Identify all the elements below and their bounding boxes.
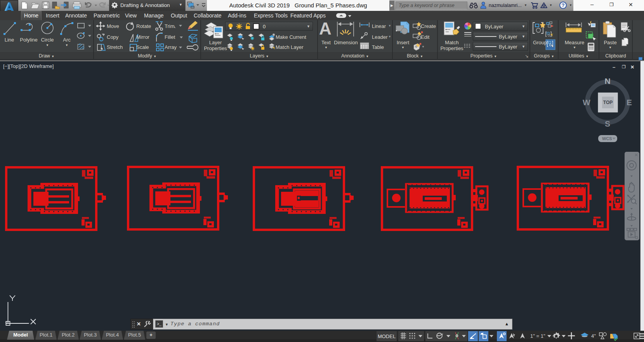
svg-text:W: W [583, 98, 590, 107]
svg-text:WCS: WCS [602, 136, 612, 141]
svg-text:1" = 1": 1" = 1" [530, 333, 545, 339]
svg-text:0: 0 [263, 24, 266, 30]
svg-text:4": 4" [591, 333, 596, 339]
svg-text:MODEL: MODEL [378, 333, 396, 339]
svg-text:E: E [627, 98, 632, 107]
svg-text:S: S [605, 119, 610, 128]
svg-text:TOP: TOP [603, 100, 613, 105]
svg-text:N: N [604, 76, 610, 85]
